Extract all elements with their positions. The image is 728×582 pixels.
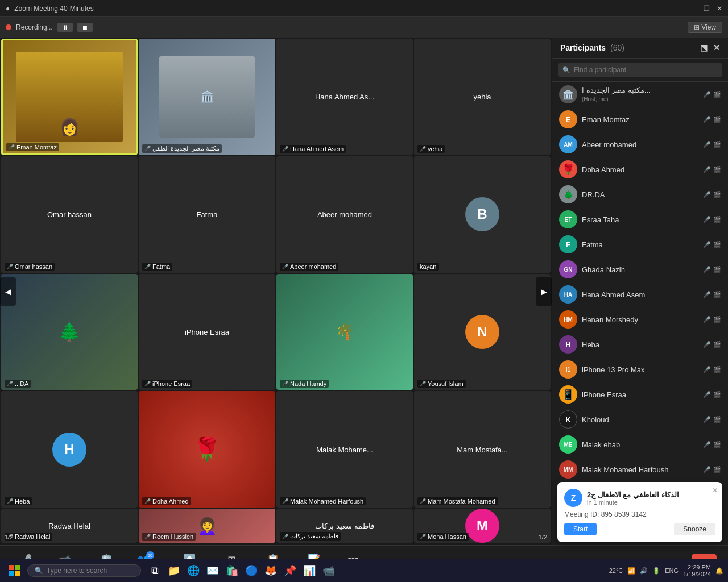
maximize-button[interactable]: ❐	[704, 5, 710, 13]
search-placeholder: Type here to search	[47, 567, 107, 575]
prev-page-button[interactable]: ◀	[0, 277, 16, 306]
participant-item-doha-p[interactable]: 🌹 Doha Ahmed 🎤 🎬	[552, 157, 728, 182]
recording-indicator	[6, 24, 11, 30]
minimize-button[interactable]: —	[690, 5, 697, 13]
pause-recording-button[interactable]: ⏸	[57, 23, 73, 32]
video-cell-mona[interactable]: M 🎤 Mona Hassan	[414, 509, 551, 543]
participant-icons-host: 🎤 🎬	[703, 91, 721, 98]
clock: 2:29 PM 1/19/2024	[683, 564, 711, 577]
chrome-button[interactable]: 🔵	[242, 560, 260, 581]
participant-item-hanan-p[interactable]: HM Hanan Morshedy 🎤 🎬	[552, 307, 728, 332]
store-button[interactable]: 🛍️	[223, 560, 241, 581]
pin-button[interactable]: 📌	[281, 560, 299, 581]
search-input[interactable]	[558, 63, 722, 77]
cell-name-yehia: 🎤 yehia	[417, 145, 445, 153]
participant-item-ghada-p[interactable]: GN Ghada Nazih 🎤 🎬	[552, 257, 728, 282]
video-cell-nada[interactable]: 🌴 🎤 Nada Hamdy	[276, 274, 413, 390]
avatar-eman-p: E	[559, 110, 577, 128]
video-cell-doha[interactable]: 🌹 🎤 Doha Ahmed	[139, 391, 275, 508]
participant-item-eman[interactable]: E Eman Momtaz 🎤 🎬	[552, 107, 728, 132]
language: ENG	[665, 567, 679, 574]
page-indicator-left: 1/2	[5, 534, 13, 541]
video-cell-yousuf[interactable]: N 🎤 Yousuf Islam	[414, 274, 551, 390]
zoom-taskbar-button[interactable]: 📹	[320, 560, 338, 581]
participant-item-drda-p[interactable]: 🌲 DR.DA 🎤 🎬	[552, 182, 728, 207]
close-notification-button[interactable]: ✕	[712, 487, 718, 494]
participant-item-iphone-esraa-p[interactable]: 📱 iPhone Esraa 🎤 🎬	[552, 382, 728, 407]
participant-icons-drda-p: 🎤 🎬	[703, 191, 721, 198]
popout-button[interactable]: ⬔	[700, 43, 708, 52]
video-cell-fatma[interactable]: Fatma 🎤 Fatma	[139, 156, 275, 273]
participant-list: 🏛️ مكتبة مصر الجديدة ا... (Host, me) 🎤 🎬…	[552, 82, 728, 545]
powerpoint-button[interactable]: 📊	[300, 560, 318, 581]
cell-name-mona: 🎤 Mona Hassan	[417, 533, 469, 541]
participant-item-host[interactable]: 🏛️ مكتبة مصر الجديدة ا... (Host, me) 🎤 🎬	[552, 82, 728, 107]
cell-name-fatema: 🎤 فاطمة سعيد بركات	[280, 532, 341, 541]
participant-name-malak-mh-p: Malak Mohamed Harfoush	[582, 465, 698, 474]
video-cell-eman[interactable]: 👩 🎤 Eman Momtaz	[1, 39, 138, 155]
video-cell-kayan[interactable]: B kayan	[414, 156, 551, 273]
avatar-hana-p: HA	[559, 285, 577, 304]
video-cell-reem[interactable]: 👩‍🦱 🎤 Reem Hussien	[139, 509, 275, 543]
participant-item-malak-e-p[interactable]: ME Malak ehab 🎤 🎬	[552, 432, 728, 457]
video-cell-hana[interactable]: Hana Ahmed As... 🎤 Hana Ahmed Asem	[276, 39, 413, 155]
participant-icons-malak-mh-p: 🎤 🎬	[703, 466, 721, 473]
participant-item-heba-p[interactable]: H Heba 🎤 🎬	[552, 332, 728, 357]
cell-name-heba: 🎤 Heba	[5, 497, 32, 505]
participant-item-hana-p[interactable]: HA Hana Ahmed Asem 🎤 🎬	[552, 282, 728, 307]
participant-item-abeer-p[interactable]: AM Abeer mohamed 🎤 🎬	[552, 132, 728, 157]
video-cell-omar[interactable]: Omar hassan 🎤 Omar hassan	[1, 156, 138, 273]
taskbar-search[interactable]: 🔍 Type here to search	[27, 564, 141, 577]
avatar-doha-p: 🌹	[559, 160, 577, 178]
speaker-icon: 🔊	[640, 567, 648, 575]
edge-button[interactable]: 🌐	[184, 560, 202, 581]
close-button[interactable]: ✕	[717, 5, 722, 13]
participant-name-host: مكتبة مصر الجديدة ا... (Host, me)	[582, 86, 698, 103]
participant-name-fatma-p: Fatma	[582, 240, 698, 249]
notification-tray-icon[interactable]: 🔔	[715, 567, 723, 575]
participant-item-iphone13-p[interactable]: i1 iPhone 13 Pro Max 🎤 🎬	[552, 357, 728, 382]
participant-icons-heba-p: 🎤 🎬	[703, 341, 721, 348]
video-cell-drda[interactable]: 🌲 🎤 ...DA	[1, 274, 138, 390]
avatar-malak-e-p: ME	[559, 435, 577, 454]
participant-name-iphone13-p: iPhone 13 Pro Max	[582, 365, 698, 374]
video-cell-radwa[interactable]: Radwa Helal 🎤 Radwa Helal	[1, 509, 138, 543]
video-cell-heba[interactable]: H 🎤 Heba	[1, 391, 138, 508]
participant-item-esraa[interactable]: ET Esraa Taha 🎤 🎬	[552, 207, 728, 232]
next-page-button[interactable]: ▶	[536, 277, 552, 306]
video-cell-iphone-esraa[interactable]: iPhone Esraa 🎤 iPhone Esraa	[139, 274, 275, 390]
start-meeting-button[interactable]: Start	[564, 523, 597, 535]
video-grid-container: 👩 🎤 Eman Momtaz 🏛️ 🎤 م	[0, 38, 552, 545]
start-menu-button[interactable]	[5, 560, 25, 581]
avatar-host: 🏛️	[559, 85, 577, 103]
participant-name-kholoud: Kholoud	[582, 415, 698, 424]
snooze-button[interactable]: Snooze	[674, 523, 715, 535]
notification-title: الذكاء العاطفي مع الاطفال ج2	[587, 490, 679, 499]
video-cell-fatema[interactable]: فاطمة سعيد بركات 🎤 فاطمة سعيد بركات	[276, 509, 413, 543]
participant-name-eman: Eman Momtaz	[582, 115, 698, 124]
zoom-notification: ✕ Z الذكاء العاطفي مع الاطفال ج2 in 1 mi…	[557, 482, 722, 542]
stop-recording-button[interactable]: ⏹	[77, 23, 93, 32]
firefox-button[interactable]: 🦊	[262, 560, 280, 581]
video-cell-abeer[interactable]: Abeer mohamed 🎤 Abeer mohamed	[276, 156, 413, 273]
participant-item-kholoud[interactable]: K Kholoud 🎤 🎬	[552, 407, 728, 432]
explorer-button[interactable]: 📁	[165, 560, 183, 581]
cell-name-nada: 🎤 Nada Hamdy	[280, 380, 329, 388]
participant-name-doha-p: Doha Ahmed	[582, 165, 698, 174]
window-title: Zoom Meeting 40-Minutes	[14, 5, 93, 13]
mail-button[interactable]: ✉️	[204, 560, 222, 581]
taskview-button[interactable]: ⧉	[146, 560, 164, 581]
cell-name-fatma: 🎤 Fatma	[142, 263, 172, 271]
svg-rect-0	[9, 565, 14, 570]
view-button[interactable]: ⊞ View	[688, 22, 722, 33]
video-cell-yehia[interactable]: yehia 🎤 yehia	[414, 39, 551, 155]
video-cell-maktaba[interactable]: 🏛️ 🎤 مكتبة مصر الجديدة الطفل	[139, 39, 275, 155]
panel-header: Participants (60) ⬔ ✕	[552, 38, 728, 59]
participant-item-malak-mh-p[interactable]: MM Malak Mohamed Harfoush 🎤 🎬	[552, 457, 728, 482]
participant-name-esraa: Esraa Taha	[582, 215, 698, 224]
close-panel-button[interactable]: ✕	[713, 43, 720, 52]
titlebar: ● Zoom Meeting 40-Minutes — ❐ ✕	[0, 0, 728, 17]
participant-item-fatma-p[interactable]: F Fatma 🎤 🎬	[552, 232, 728, 257]
video-cell-malak-mh[interactable]: Malak Mohame... 🎤 Malak Mohamed Harfoush	[276, 391, 413, 508]
video-cell-mam[interactable]: Mam Mostafa... 🎤 Mam Mostafa Mohamed	[414, 391, 551, 508]
